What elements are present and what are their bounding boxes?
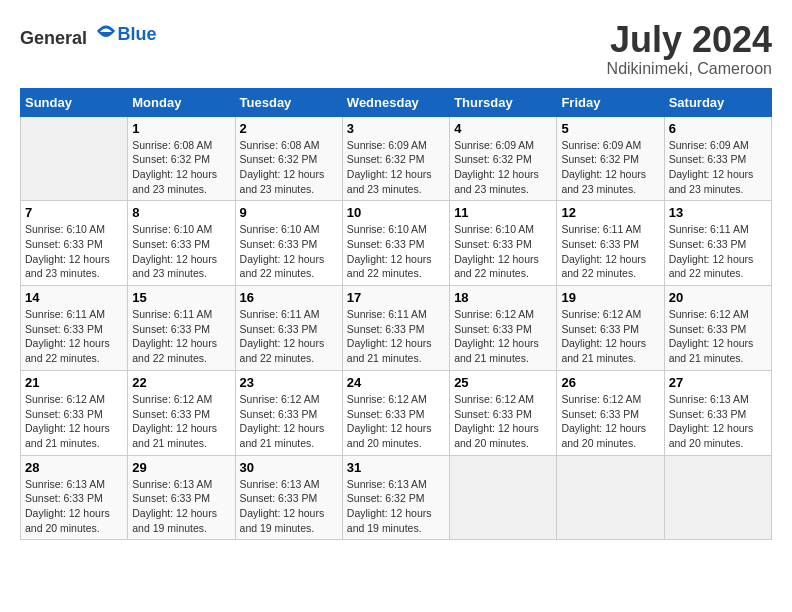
calendar-cell: 27Sunrise: 6:13 AMSunset: 6:33 PMDayligh… xyxy=(664,370,771,455)
day-number: 23 xyxy=(240,375,338,390)
day-number: 15 xyxy=(132,290,230,305)
header-saturday: Saturday xyxy=(664,88,771,116)
day-number: 14 xyxy=(25,290,123,305)
day-number: 3 xyxy=(347,121,445,136)
calendar-cell: 8Sunrise: 6:10 AMSunset: 6:33 PMDaylight… xyxy=(128,201,235,286)
day-number: 5 xyxy=(561,121,659,136)
day-info: Sunrise: 6:12 AMSunset: 6:33 PMDaylight:… xyxy=(240,393,325,449)
day-info: Sunrise: 6:13 AMSunset: 6:33 PMDaylight:… xyxy=(25,478,110,534)
day-info: Sunrise: 6:12 AMSunset: 6:33 PMDaylight:… xyxy=(25,393,110,449)
day-info: Sunrise: 6:08 AMSunset: 6:32 PMDaylight:… xyxy=(240,139,325,195)
day-info: Sunrise: 6:09 AMSunset: 6:32 PMDaylight:… xyxy=(561,139,646,195)
day-info: Sunrise: 6:10 AMSunset: 6:33 PMDaylight:… xyxy=(132,223,217,279)
header-monday: Monday xyxy=(128,88,235,116)
day-info: Sunrise: 6:13 AMSunset: 6:32 PMDaylight:… xyxy=(347,478,432,534)
day-number: 31 xyxy=(347,460,445,475)
calendar-cell: 11Sunrise: 6:10 AMSunset: 6:33 PMDayligh… xyxy=(450,201,557,286)
calendar-cell: 2Sunrise: 6:08 AMSunset: 6:32 PMDaylight… xyxy=(235,116,342,201)
day-number: 17 xyxy=(347,290,445,305)
day-number: 18 xyxy=(454,290,552,305)
day-info: Sunrise: 6:11 AMSunset: 6:33 PMDaylight:… xyxy=(240,308,325,364)
calendar-cell: 12Sunrise: 6:11 AMSunset: 6:33 PMDayligh… xyxy=(557,201,664,286)
week-row-3: 14Sunrise: 6:11 AMSunset: 6:33 PMDayligh… xyxy=(21,286,772,371)
day-number: 16 xyxy=(240,290,338,305)
calendar-cell xyxy=(450,455,557,540)
header-row: SundayMondayTuesdayWednesdayThursdayFrid… xyxy=(21,88,772,116)
calendar-cell: 24Sunrise: 6:12 AMSunset: 6:33 PMDayligh… xyxy=(342,370,449,455)
calendar-cell: 17Sunrise: 6:11 AMSunset: 6:33 PMDayligh… xyxy=(342,286,449,371)
day-number: 20 xyxy=(669,290,767,305)
calendar-cell: 23Sunrise: 6:12 AMSunset: 6:33 PMDayligh… xyxy=(235,370,342,455)
day-info: Sunrise: 6:11 AMSunset: 6:33 PMDaylight:… xyxy=(132,308,217,364)
day-number: 11 xyxy=(454,205,552,220)
day-info: Sunrise: 6:12 AMSunset: 6:33 PMDaylight:… xyxy=(561,393,646,449)
week-row-2: 7Sunrise: 6:10 AMSunset: 6:33 PMDaylight… xyxy=(21,201,772,286)
calendar-cell: 7Sunrise: 6:10 AMSunset: 6:33 PMDaylight… xyxy=(21,201,128,286)
day-number: 24 xyxy=(347,375,445,390)
day-number: 26 xyxy=(561,375,659,390)
calendar-cell: 5Sunrise: 6:09 AMSunset: 6:32 PMDaylight… xyxy=(557,116,664,201)
day-info: Sunrise: 6:10 AMSunset: 6:33 PMDaylight:… xyxy=(454,223,539,279)
header-thursday: Thursday xyxy=(450,88,557,116)
calendar-cell: 13Sunrise: 6:11 AMSunset: 6:33 PMDayligh… xyxy=(664,201,771,286)
calendar-cell: 28Sunrise: 6:13 AMSunset: 6:33 PMDayligh… xyxy=(21,455,128,540)
day-info: Sunrise: 6:12 AMSunset: 6:33 PMDaylight:… xyxy=(347,393,432,449)
calendar-cell: 18Sunrise: 6:12 AMSunset: 6:33 PMDayligh… xyxy=(450,286,557,371)
day-number: 22 xyxy=(132,375,230,390)
logo-blue: Blue xyxy=(118,24,157,44)
calendar-cell xyxy=(557,455,664,540)
logo-general: General xyxy=(20,28,87,48)
main-title: July 2024 xyxy=(607,20,772,60)
day-info: Sunrise: 6:08 AMSunset: 6:32 PMDaylight:… xyxy=(132,139,217,195)
calendar-cell: 20Sunrise: 6:12 AMSunset: 6:33 PMDayligh… xyxy=(664,286,771,371)
day-info: Sunrise: 6:11 AMSunset: 6:33 PMDaylight:… xyxy=(669,223,754,279)
day-info: Sunrise: 6:09 AMSunset: 6:32 PMDaylight:… xyxy=(347,139,432,195)
day-number: 13 xyxy=(669,205,767,220)
calendar-cell xyxy=(664,455,771,540)
day-number: 25 xyxy=(454,375,552,390)
title-block: July 2024 Ndikinimeki, Cameroon xyxy=(607,20,772,78)
calendar-cell: 31Sunrise: 6:13 AMSunset: 6:32 PMDayligh… xyxy=(342,455,449,540)
day-number: 6 xyxy=(669,121,767,136)
calendar-cell: 30Sunrise: 6:13 AMSunset: 6:33 PMDayligh… xyxy=(235,455,342,540)
calendar-cell: 6Sunrise: 6:09 AMSunset: 6:33 PMDaylight… xyxy=(664,116,771,201)
day-info: Sunrise: 6:12 AMSunset: 6:33 PMDaylight:… xyxy=(669,308,754,364)
calendar-table: SundayMondayTuesdayWednesdayThursdayFrid… xyxy=(20,88,772,541)
header-friday: Friday xyxy=(557,88,664,116)
calendar-cell: 14Sunrise: 6:11 AMSunset: 6:33 PMDayligh… xyxy=(21,286,128,371)
day-number: 7 xyxy=(25,205,123,220)
calendar-cell: 16Sunrise: 6:11 AMSunset: 6:33 PMDayligh… xyxy=(235,286,342,371)
day-info: Sunrise: 6:13 AMSunset: 6:33 PMDaylight:… xyxy=(240,478,325,534)
day-number: 30 xyxy=(240,460,338,475)
day-info: Sunrise: 6:13 AMSunset: 6:33 PMDaylight:… xyxy=(132,478,217,534)
day-number: 10 xyxy=(347,205,445,220)
day-info: Sunrise: 6:13 AMSunset: 6:33 PMDaylight:… xyxy=(669,393,754,449)
calendar-cell: 19Sunrise: 6:12 AMSunset: 6:33 PMDayligh… xyxy=(557,286,664,371)
day-info: Sunrise: 6:11 AMSunset: 6:33 PMDaylight:… xyxy=(561,223,646,279)
header-sunday: Sunday xyxy=(21,88,128,116)
header-wednesday: Wednesday xyxy=(342,88,449,116)
day-info: Sunrise: 6:11 AMSunset: 6:33 PMDaylight:… xyxy=(25,308,110,364)
day-info: Sunrise: 6:11 AMSunset: 6:33 PMDaylight:… xyxy=(347,308,432,364)
calendar-cell: 21Sunrise: 6:12 AMSunset: 6:33 PMDayligh… xyxy=(21,370,128,455)
day-number: 4 xyxy=(454,121,552,136)
day-info: Sunrise: 6:09 AMSunset: 6:33 PMDaylight:… xyxy=(669,139,754,195)
day-info: Sunrise: 6:10 AMSunset: 6:33 PMDaylight:… xyxy=(240,223,325,279)
calendar-cell: 4Sunrise: 6:09 AMSunset: 6:32 PMDaylight… xyxy=(450,116,557,201)
day-info: Sunrise: 6:10 AMSunset: 6:33 PMDaylight:… xyxy=(347,223,432,279)
subtitle: Ndikinimeki, Cameroon xyxy=(607,60,772,78)
calendar-cell: 22Sunrise: 6:12 AMSunset: 6:33 PMDayligh… xyxy=(128,370,235,455)
day-info: Sunrise: 6:12 AMSunset: 6:33 PMDaylight:… xyxy=(454,308,539,364)
calendar-cell: 29Sunrise: 6:13 AMSunset: 6:33 PMDayligh… xyxy=(128,455,235,540)
calendar-cell: 9Sunrise: 6:10 AMSunset: 6:33 PMDaylight… xyxy=(235,201,342,286)
day-info: Sunrise: 6:09 AMSunset: 6:32 PMDaylight:… xyxy=(454,139,539,195)
day-number: 29 xyxy=(132,460,230,475)
day-number: 12 xyxy=(561,205,659,220)
day-number: 9 xyxy=(240,205,338,220)
logo-icon xyxy=(94,20,118,44)
page-header: General Blue July 2024 Ndikinimeki, Came… xyxy=(20,20,772,78)
day-number: 1 xyxy=(132,121,230,136)
day-number: 8 xyxy=(132,205,230,220)
day-number: 19 xyxy=(561,290,659,305)
calendar-cell xyxy=(21,116,128,201)
